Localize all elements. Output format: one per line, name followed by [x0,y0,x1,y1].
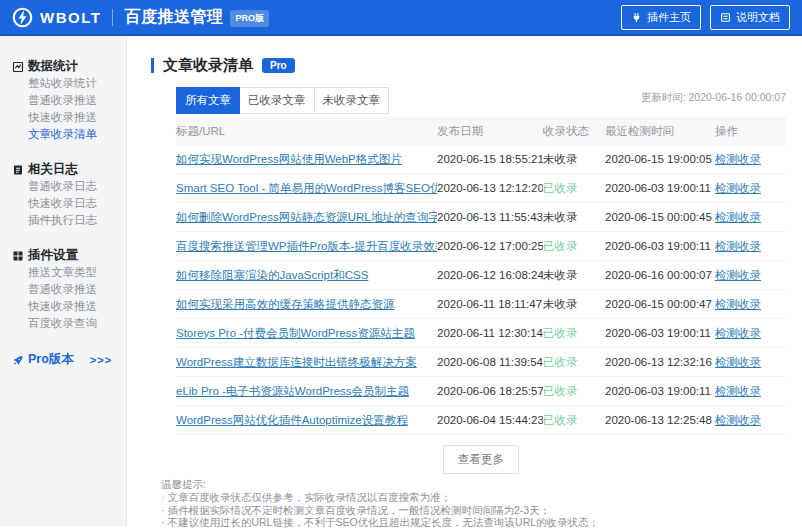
sidebar-item-baidu-index-query[interactable]: 百度收录查询 [28,315,120,332]
check-index-action[interactable]: 检测收录 [715,211,761,223]
wbolt-logo-bolt-icon [12,7,33,28]
plugin-home-button[interactable]: 插件主页 [621,5,701,30]
filter-tabs: 所有文章 已收录文章 未收录文章 [176,87,389,114]
table-row: WordPress建立数据库连接时出错终极解决方案 2020-06-08 11:… [176,348,786,377]
sidebar-item-fast-log[interactable]: 快速收录日志 [28,195,120,212]
status-label: 未收录 [543,145,605,174]
tab-unindexed-articles[interactable]: 未收录文章 [314,87,390,114]
article-title-link[interactable]: 百度搜索推送管理WP插件Pro版本-提升百度收录效率 [176,240,437,252]
status-label: 已收录 [543,406,605,435]
publish-date: 2020-06-06 18:25:57 [437,377,543,406]
tip-item: 文章百度收录状态仅供参考，实际收录情况以百度搜索为准； [161,491,786,504]
publish-date: 2020-06-11 12:30:14 [437,319,543,348]
sidebar-item-exec-log[interactable]: 插件执行日志 [28,212,120,229]
col-title-url: 标题/URL [176,117,437,145]
checked-time: 2020-06-13 12:32:16 [605,348,715,377]
sidebar-section-logs: 相关日志 [12,161,120,178]
sidebar-item-normal-push-settings[interactable]: 普通收录推送 [28,281,120,298]
status-label: 已收录 [543,377,605,406]
top-header-bar: WBOLT 百度推送管理 PRO版 插件主页 说明文档 [0,0,802,36]
checked-time: 2020-06-15 00:00:47 [605,290,715,319]
publish-date: 2020-06-13 11:55:43 [437,203,543,232]
article-title-link[interactable]: 如何实现采用高效的缓存策略提供静态资源 [176,298,395,310]
tip-item: 插件根据实际情况不定时检测文章百度收录情况，一般情况检测时间间隔为2-3天； [161,504,786,517]
publish-date: 2020-06-12 16:08:24 [437,261,543,290]
article-title-link[interactable]: Smart SEO Tool - 简单易用的WordPress博客SEO优化插件 [176,182,437,194]
col-last-checked: 最近检测时间 [605,117,715,145]
chart-icon [12,61,24,73]
check-index-action[interactable]: 检测收录 [715,269,761,281]
last-updated-text: 更新时间: 2020-06-16 00:00:07 [641,87,786,105]
status-label: 未收录 [543,290,605,319]
article-title-link[interactable]: 如何实现WordPress网站使用WebP格式图片 [176,153,402,165]
publish-date: 2020-06-11 18:11:47 [437,290,543,319]
sidebar: 数据统计 整站收录统计 普通收录推送 快速收录推送 文章收录清单 相关日志 普通… [0,36,127,526]
publish-date: 2020-06-12 17:00:25 [437,232,543,261]
tab-indexed-articles[interactable]: 已收录文章 [239,87,315,114]
app-title: 百度推送管理 [124,7,223,28]
status-label: 未收录 [543,203,605,232]
table-row: 如何删除WordPress网站静态资源URL地址的查询字符串 2020-06-1… [176,203,786,232]
sidebar-item-fast-push[interactable]: 快速收录推送 [28,109,120,126]
sidebar-pro-version[interactable]: Pro版本 >>> [12,351,120,368]
header-divider [112,9,113,26]
checked-time: 2020-06-03 19:00:11 [605,319,715,348]
tab-all-articles[interactable]: 所有文章 [176,87,240,114]
sidebar-item-article-index-list[interactable]: 文章收录清单 [28,126,120,143]
pro-feature-badge: Pro [262,58,295,73]
table-row: 如何移除阻塞渲染的JavaScript和CSS 2020-06-12 16:08… [176,261,786,290]
checked-time: 2020-06-13 12:25:48 [605,406,715,435]
sidebar-section-statistics: 数据统计 [12,58,120,75]
table-row: 如何实现WordPress网站使用WebP格式图片 2020-06-15 18:… [176,145,786,174]
page-title: 文章收录清单 [163,56,253,75]
table-row: WordPress网站优化插件Autoptimize设置教程 2020-06-0… [176,406,786,435]
article-title-link[interactable]: eLib Pro -电子书资源站WordPress会员制主题 [176,385,409,397]
table-row: Storeys Pro -付费会员制WordPress资源站主题 2020-06… [176,319,786,348]
table-header-row: 标题/URL 发布日期 收录状态 最近检测时间 操作 [176,117,786,145]
check-index-action[interactable]: 检测收录 [715,385,761,397]
table-row: Smart SEO Tool - 简单易用的WordPress博客SEO优化插件… [176,174,786,203]
article-title-link[interactable]: WordPress建立数据库连接时出错终极解决方案 [176,356,417,368]
status-label: 已收录 [543,232,605,261]
article-title-link[interactable]: 如何移除阻塞渲染的JavaScript和CSS [176,269,368,281]
check-index-action[interactable]: 检测收录 [715,414,761,426]
article-title-link[interactable]: WordPress网站优化插件Autoptimize设置教程 [176,414,408,426]
log-icon [12,164,24,176]
checked-time: 2020-06-03 19:00:11 [605,232,715,261]
sidebar-item-fast-push-settings[interactable]: 快速收录推送 [28,298,120,315]
article-title-link[interactable]: Storeys Pro -付费会员制WordPress资源站主题 [176,327,415,339]
article-index-table: 标题/URL 发布日期 收录状态 最近检测时间 操作 如何实现WordPress… [176,117,786,435]
article-title-link[interactable]: 如何删除WordPress网站静态资源URL地址的查询字符串 [176,211,437,223]
check-index-action[interactable]: 检测收录 [715,182,761,194]
checked-time: 2020-06-03 19:00:11 [605,174,715,203]
sidebar-item-normal-log[interactable]: 普通收录日志 [28,178,120,195]
check-index-action[interactable]: 检测收录 [715,153,761,165]
check-index-action[interactable]: 检测收录 [715,240,761,252]
tip-item: 不建议使用过长的URL链接，不利于SEO优化且超出规定长度，无法查询该URL的收… [161,516,786,528]
main-content: 文章收录清单 Pro 所有文章 已收录文章 未收录文章 更新时间: 2020-0… [127,36,802,526]
document-icon [720,12,731,23]
pro-version-badge: PRO版 [230,10,269,27]
sidebar-item-push-post-types[interactable]: 推送文章类型 [28,264,120,281]
plug-icon [631,12,642,23]
checked-time: 2020-06-15 00:00:45 [605,203,715,232]
status-label: 未收录 [543,261,605,290]
checked-time: 2020-06-15 19:00:05 [605,145,715,174]
check-index-action[interactable]: 检测收录 [715,356,761,368]
publish-date: 2020-06-04 15:44:23 [437,406,543,435]
tips-title: 温馨提示: [161,478,786,491]
sidebar-item-normal-push[interactable]: 普通收录推送 [28,92,120,109]
col-publish-date: 发布日期 [437,117,543,145]
rocket-icon [12,354,24,366]
pro-arrows: >>> [90,354,112,366]
sidebar-section-settings: 插件设置 [12,247,120,264]
status-label: 已收录 [543,319,605,348]
publish-date: 2020-06-08 11:39:54 [437,348,543,377]
publish-date: 2020-06-15 18:55:21 [437,145,543,174]
docs-button[interactable]: 说明文档 [710,5,790,30]
sidebar-item-site-index-stats[interactable]: 整站收录统计 [28,75,120,92]
check-index-action[interactable]: 检测收录 [715,327,761,339]
col-actions: 操作 [715,117,786,145]
check-index-action[interactable]: 检测收录 [715,298,761,310]
load-more-button[interactable]: 查看更多 [443,445,519,474]
